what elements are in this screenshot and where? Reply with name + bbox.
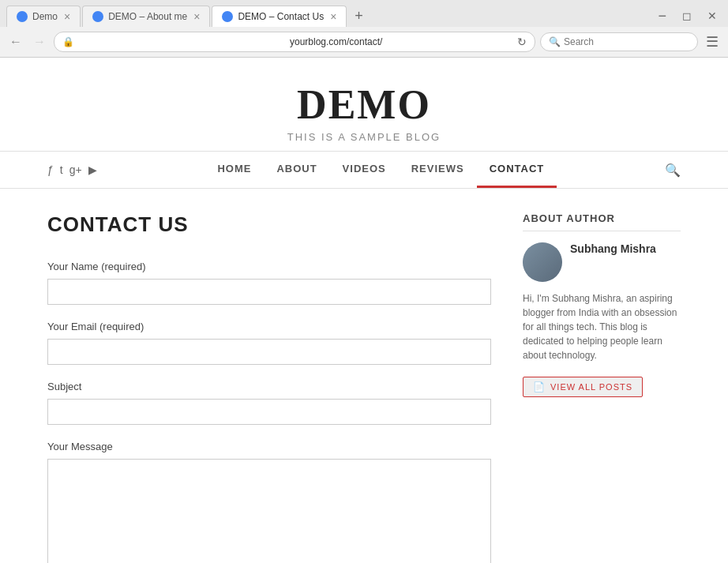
avatar — [523, 242, 562, 282]
tab-close-1[interactable]: × — [64, 11, 70, 22]
nav-contact[interactable]: CONTACT — [477, 152, 557, 188]
tab-title-2: DEMO – About me — [108, 11, 187, 22]
window-controls: − ◻ ✕ — [653, 8, 722, 24]
facebook-icon[interactable]: ƒ — [47, 163, 54, 176]
contact-form: Your Name (required) Your Email (require… — [47, 261, 491, 563]
browser-tab-2[interactable]: DEMO – About me × — [82, 6, 210, 27]
site-tagline: THIS IS A SAMPLE BLOG — [0, 131, 728, 143]
back-button[interactable]: ← — [6, 33, 25, 51]
contact-title: CONTACT US — [47, 212, 491, 237]
site-header: DEMO THIS IS A SAMPLE BLOG — [0, 58, 728, 151]
address-text: yourblog.com/contact/ — [290, 36, 514, 47]
twitter-icon[interactable]: t — [60, 163, 63, 176]
browser-tab-1[interactable]: Demo × — [6, 6, 81, 27]
lock-icon: 🔒 — [62, 36, 287, 47]
form-group-subject: Subject — [47, 381, 491, 425]
name-label: Your Name (required) — [47, 261, 491, 272]
tab-favicon-1 — [17, 11, 28, 22]
new-tab-button[interactable]: + — [348, 5, 370, 28]
avatar-image — [523, 242, 562, 282]
message-label: Your Message — [47, 441, 491, 452]
browser-tab-3[interactable]: DEMO – Contact Us × — [212, 6, 347, 27]
tab-close-2[interactable]: × — [193, 11, 200, 22]
restore-button[interactable]: ◻ — [677, 9, 696, 22]
author-info: Subhang Mishra — [523, 242, 681, 282]
message-textarea[interactable] — [47, 459, 491, 563]
form-group-name: Your Name (required) — [47, 261, 491, 305]
doc-icon: 📄 — [533, 381, 546, 392]
view-all-posts-label: VIEW ALL POSTS — [550, 382, 632, 392]
site-nav: ƒ t g+ ▶ HOME ABOUT VIDEOS REVIEWS CONTA… — [0, 151, 728, 189]
tab-title-1: Demo — [32, 11, 58, 22]
view-all-posts-button[interactable]: 📄 VIEW ALL POSTS — [523, 377, 643, 397]
nav-videos[interactable]: VIDEOS — [330, 152, 399, 188]
tab-title-3: DEMO – Contact Us — [238, 11, 324, 22]
search-input[interactable] — [564, 36, 689, 47]
site-wrapper: DEMO THIS IS A SAMPLE BLOG ƒ t g+ ▶ HOME… — [0, 58, 728, 563]
author-name: Subhang Mishra — [570, 242, 656, 255]
about-author-box: ABOUT AUTHOR Subhang Mishra Hi, I'm Subh… — [523, 212, 681, 397]
social-icons: ƒ t g+ ▶ — [47, 163, 97, 176]
address-bar[interactable]: 🔒 yourblog.com/contact/ ↻ — [54, 32, 535, 52]
form-group-message: Your Message — [47, 441, 491, 563]
tab-close-3[interactable]: × — [330, 11, 336, 22]
author-bio: Hi, I'm Subhang Mishra, an aspiring blog… — [523, 291, 681, 362]
site-title: DEMO — [0, 81, 728, 128]
email-input[interactable] — [47, 339, 491, 365]
close-button[interactable]: ✕ — [703, 9, 722, 22]
refresh-button[interactable]: ↻ — [517, 36, 527, 48]
search-box[interactable]: 🔍 — [540, 32, 698, 51]
nav-search-icon[interactable]: 🔍 — [665, 163, 681, 178]
nav-reviews[interactable]: REVIEWS — [399, 152, 477, 188]
main-content: CONTACT US Your Name (required) Your Ema… — [0, 189, 728, 563]
nav-home[interactable]: HOME — [205, 152, 264, 188]
contact-section: CONTACT US Your Name (required) Your Ema… — [47, 212, 491, 563]
tab-favicon-2 — [92, 11, 103, 22]
form-group-email: Your Email (required) — [47, 321, 491, 365]
sidebar: ABOUT AUTHOR Subhang Mishra Hi, I'm Subh… — [523, 212, 681, 563]
googleplus-icon[interactable]: g+ — [69, 163, 82, 176]
minimize-button[interactable]: − — [653, 8, 671, 24]
name-input[interactable] — [47, 279, 491, 305]
forward-button[interactable]: → — [30, 33, 49, 51]
email-label: Your Email (required) — [47, 321, 491, 332]
about-author-title: ABOUT AUTHOR — [523, 212, 681, 231]
address-bar-row: ← → 🔒 yourblog.com/contact/ ↻ 🔍 ☰ — [0, 27, 728, 57]
nav-about[interactable]: ABOUT — [264, 152, 329, 188]
author-details: Subhang Mishra — [570, 242, 656, 258]
tab-favicon-3 — [222, 11, 233, 22]
youtube-icon[interactable]: ▶ — [88, 163, 97, 176]
menu-button[interactable]: ☰ — [703, 32, 722, 52]
subject-input[interactable] — [47, 399, 491, 425]
nav-links: HOME ABOUT VIDEOS REVIEWS CONTACT — [97, 152, 665, 188]
subject-label: Subject — [47, 381, 491, 392]
search-icon: 🔍 — [549, 36, 561, 47]
